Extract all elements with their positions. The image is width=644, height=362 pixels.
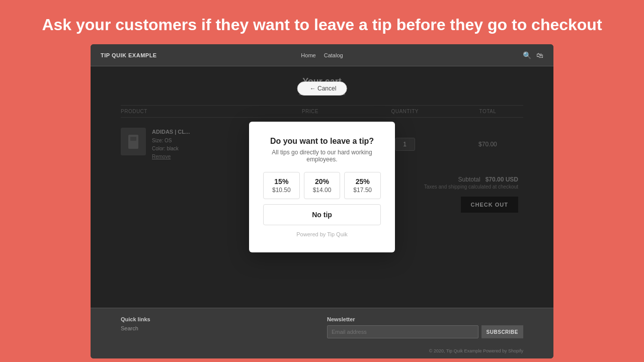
store-footer: Quick links Search Newsletter SUBSCRIBE <box>91 308 553 346</box>
modal-subtitle: All tips go directly to our hard working… <box>263 149 381 163</box>
quick-links-title: Quick links <box>121 316 317 322</box>
bag-icon[interactable]: 🛍 <box>536 51 543 59</box>
nav-home[interactable]: Home <box>301 52 315 58</box>
powered-by: Powered by Tip Quik <box>263 231 381 237</box>
tip-percent-25: 25% <box>356 177 370 186</box>
subscribe-button[interactable]: SUBSCRIBE <box>481 325 523 338</box>
tip-percent-15: 15% <box>274 177 288 186</box>
tip-option-15[interactable]: 15% $10.50 <box>263 172 300 199</box>
search-icon[interactable]: 🔍 <box>523 51 531 59</box>
tip-amount-25: $17.50 <box>353 187 372 194</box>
modal-overlay: ← Cancel Do you want to leave a tip? All… <box>91 66 553 308</box>
tip-option-25[interactable]: 25% $17.50 <box>344 172 381 199</box>
nav-catalog[interactable]: Catalog <box>324 52 343 58</box>
store-content: Your cart Continue shopping PRODUCT PRIC… <box>91 66 553 308</box>
footer-copyright: © 2020, Tip Quik Example Powered by Shop… <box>91 346 553 358</box>
newsletter-title: Newsletter <box>327 316 523 322</box>
store-nav: TIP QUIK EXAMPLE Home Catalog 🔍 🛍 <box>91 44 553 66</box>
store-logo: TIP QUIK EXAMPLE <box>101 52 157 58</box>
search-footer-link[interactable]: Search <box>121 325 317 331</box>
tip-amount-20: $14.00 <box>313 187 332 194</box>
tip-percent-20: 20% <box>315 177 329 186</box>
email-input[interactable] <box>327 325 478 338</box>
cancel-button[interactable]: ← Cancel <box>297 81 347 96</box>
quick-links-section: Quick links Search <box>121 316 317 338</box>
nav-icons: 🔍 🛍 <box>523 51 543 59</box>
newsletter-section: Newsletter SUBSCRIBE <box>327 316 523 338</box>
newsletter-row: SUBSCRIBE <box>327 325 523 338</box>
tip-modal: Do you want to leave a tip? All tips go … <box>249 122 395 252</box>
modal-title: Do you want to leave a tip? <box>263 137 381 146</box>
browser-window: TIP QUIK EXAMPLE Home Catalog 🔍 🛍 Your c… <box>91 44 553 358</box>
no-tip-button[interactable]: No tip <box>263 204 381 225</box>
page-heading: Ask your customers if they want to leave… <box>0 0 644 44</box>
nav-links: Home Catalog <box>301 52 343 58</box>
tip-option-20[interactable]: 20% $14.00 <box>304 172 341 199</box>
tip-amount-15: $10.50 <box>272 187 291 194</box>
tip-options: 15% $10.50 20% $14.00 25% $17.50 <box>263 172 381 199</box>
